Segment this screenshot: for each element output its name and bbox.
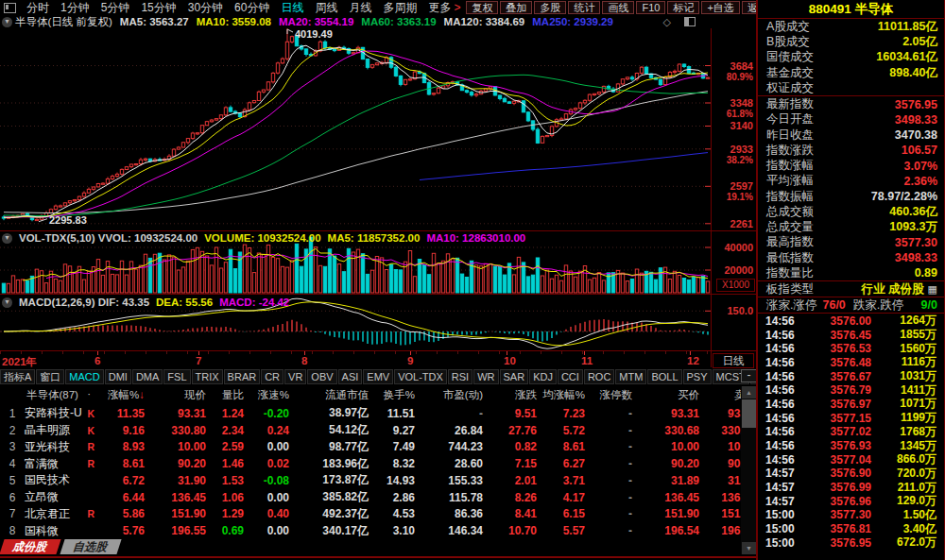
col-header-3[interactable]: 涨速%: [247, 388, 292, 402]
col-header-5[interactable]: 换手%: [371, 388, 418, 402]
macd-label-0: MACD(12,26,9) DIF: 43.35: [19, 297, 149, 308]
period-tab-0[interactable]: 分时: [21, 0, 55, 16]
indicator-group-tab-1[interactable]: 窗口: [36, 369, 64, 384]
toolbar-button-1[interactable]: 叠加: [500, 1, 532, 14]
panel-row-最低指数: 最低指数3498.33: [758, 250, 944, 265]
indicator-tab-cr[interactable]: CR: [261, 369, 284, 384]
indicator-tab-roc[interactable]: ROC: [584, 369, 614, 384]
stock-row-7[interactable]: 7北京君正R5.86151.901.290.40492.37亿4.5386.36…: [0, 506, 742, 523]
indicator-tab-boll[interactable]: BOLL: [647, 369, 681, 384]
table-title-cell[interactable]: 半导体(87) ·: [0, 388, 98, 402]
collapse-table-button[interactable]: -: [741, 369, 757, 382]
collapse-macd-icon[interactable]: ▾: [2, 297, 12, 308]
panel-row-指数振幅: 指数振幅78.97/2.28%: [758, 189, 944, 204]
indicator-tab-macd[interactable]: MACD: [65, 369, 103, 384]
period-tab-1[interactable]: 1分钟: [55, 0, 95, 16]
indicator-tab-psy[interactable]: PSY: [683, 369, 712, 384]
stock-row-5[interactable]: 5国民技术6.7231.901.53-0.08173.87亿14.93155.3…: [0, 472, 742, 489]
toolbar-button-2[interactable]: 多股: [534, 1, 566, 14]
period-more[interactable]: 更多: [422, 0, 456, 16]
period-tab-2[interactable]: 5分钟: [95, 0, 136, 16]
toolbar-button-3[interactable]: 统计: [568, 1, 600, 14]
cell-5: 11.51: [371, 407, 418, 420]
indicator-tab-rsi[interactable]: RSI: [448, 369, 472, 384]
cell-2: 2.34: [209, 424, 247, 437]
period-tab-9[interactable]: 多周期: [377, 0, 422, 16]
scrollbar-thumb[interactable]: [742, 399, 756, 428]
cell-5: 14.93: [371, 474, 418, 487]
cell-6: 26.84: [418, 424, 486, 437]
cell-1: 31.90: [147, 474, 209, 487]
panel-row-总成交量: 总成交量1093.3万: [758, 219, 944, 234]
indicator-tab-brar[interactable]: BRAR: [224, 369, 261, 384]
diamond-icon[interactable]: ◇: [663, 16, 671, 28]
toolbar-button-5[interactable]: F10: [636, 1, 665, 14]
month-tick: [410, 351, 411, 355]
cell-4: 98.77亿: [292, 439, 371, 455]
toolbar-button-7[interactable]: +自选: [701, 1, 739, 14]
cell-1: 90.20: [147, 457, 209, 470]
grid-icon[interactable]: ▦: [928, 283, 937, 296]
indicator-tab-kdj[interactable]: KDJ: [529, 369, 557, 384]
period-tab-5[interactable]: 60分钟: [229, 0, 275, 16]
indicator-tab-wr[interactable]: WR: [473, 369, 498, 384]
tab-constituents[interactable]: 成份股: [0, 539, 61, 554]
col-header-8[interactable]: 均涨幅%: [540, 388, 588, 402]
col-header-1[interactable]: 现价: [147, 388, 209, 402]
stock-row-3[interactable]: 3亚光科技R8.9310.002.590.0098.77亿7.49744.230…: [0, 439, 742, 456]
chart-mode-icon[interactable]: [684, 17, 696, 26]
col-header-0[interactable]: 涨幅%↓: [98, 388, 147, 402]
collapse-volume-icon[interactable]: ▾: [2, 233, 12, 244]
period-tab-6[interactable]: 日线: [275, 0, 309, 16]
stock-name: 亚光科技R: [25, 439, 98, 455]
indicator-tab-dma[interactable]: DMA: [132, 369, 163, 384]
indicator-tab-asi[interactable]: ASI: [338, 369, 363, 384]
period-tab-3[interactable]: 15分钟: [135, 0, 181, 16]
indicator-tab-sar[interactable]: SAR: [500, 369, 529, 384]
symbol-header[interactable]: 880491 半导体: [758, 0, 944, 19]
indicator-tab-mtm[interactable]: MTM: [615, 369, 646, 384]
stock-row-2[interactable]: 2晶丰明源K9.16330.802.340.2454.12亿9.2726.842…: [0, 422, 742, 439]
indicator-tab-dmi[interactable]: DMI: [105, 369, 131, 384]
period-tab-4[interactable]: 30分钟: [182, 0, 229, 16]
toolbar-button-4[interactable]: 画线: [602, 1, 634, 14]
indicator-tab-fsl[interactable]: FSL: [163, 369, 190, 384]
collapse-main-icon[interactable]: ▾: [2, 17, 12, 27]
toolbar-button-0[interactable]: 复权: [466, 1, 498, 14]
col-header-7[interactable]: 涨跌: [486, 388, 540, 402]
chevron-right-icon[interactable]: >: [454, 1, 464, 14]
period-tab-8[interactable]: 月线: [343, 0, 377, 16]
scroll-down-icon[interactable]: ▼: [742, 542, 756, 554]
stock-row-8[interactable]: 8国科微5.76196.550.690.00340.17亿3.10146.341…: [0, 522, 742, 539]
board-type-row[interactable]: 板指类型 行业 成份股 ▦: [758, 281, 944, 297]
col-header-4[interactable]: 流通市值: [292, 388, 371, 402]
time-axis: 2021年6789101112 日线: [0, 350, 756, 369]
indicator-tab-trix[interactable]: TRIX: [192, 369, 223, 384]
indicator-tab-vol-tdx[interactable]: VOL-TDX: [394, 369, 447, 384]
period-indicator-box[interactable]: 日线: [713, 353, 754, 368]
low-annotation: 2295.83: [49, 214, 87, 226]
stock-row-1[interactable]: 1安路科技-UK11.3593.311.24-0.2038.97亿11.51-9…: [0, 405, 742, 422]
stock-row-6[interactable]: 6立昂微6.44136.451.060.00385.82亿2.86115.788…: [0, 489, 742, 506]
indicator-group-tab-0[interactable]: 指标A: [0, 369, 35, 384]
panel-row-昨日收盘: 昨日收盘3470.38: [758, 127, 944, 143]
main-candle-chart[interactable]: [0, 28, 711, 230]
cell-9: -: [588, 491, 635, 504]
cell-2: 2.59: [209, 440, 247, 453]
scrollbar-track[interactable]: ▲ ▼: [741, 386, 757, 554]
col-header-9[interactable]: 涨停数: [588, 388, 635, 402]
indicator-tab-obv[interactable]: OBV: [307, 369, 336, 384]
toolbar-button-6[interactable]: 标记: [667, 1, 699, 14]
period-tab-7[interactable]: 周线: [309, 0, 343, 16]
tab-watchlist[interactable]: 自选股: [60, 539, 121, 554]
col-header-10[interactable]: 买价: [635, 388, 702, 402]
scroll-up-icon[interactable]: ▲: [742, 386, 756, 399]
indicator-tab-emv[interactable]: EMV: [363, 369, 393, 384]
indicator-tab-cci[interactable]: CCI: [558, 369, 583, 384]
col-header-2[interactable]: 量比: [209, 388, 247, 402]
indicator-tab-vr[interactable]: VR: [284, 369, 306, 384]
col-header-6[interactable]: 市盈(动): [418, 388, 486, 402]
layout-icon[interactable]: [4, 3, 16, 13]
stock-row-4[interactable]: 4富满微R8.6190.201.460.02183.96亿8.3228.607.…: [0, 455, 742, 472]
tick-list[interactable]: 14:563576.001264万14:563576.451855万14:563…: [758, 314, 944, 550]
